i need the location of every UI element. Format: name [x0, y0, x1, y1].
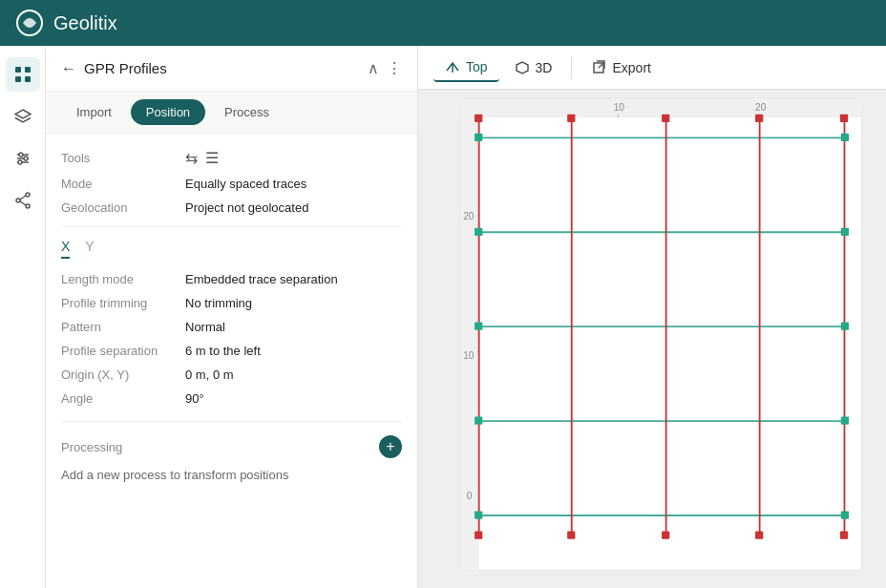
sidebar-item-layers[interactable]	[6, 99, 40, 134]
origin-value: 0 m, 0 m	[185, 368, 234, 382]
xy-tab-y[interactable]: Y	[85, 239, 94, 259]
svg-rect-20	[460, 98, 862, 117]
svg-rect-43	[475, 228, 482, 236]
right-area: Top 3D Export	[418, 46, 886, 588]
svg-rect-49	[475, 511, 482, 518]
svg-rect-2	[25, 67, 31, 73]
processing-label: Processing	[61, 440, 122, 454]
svg-rect-58	[755, 531, 763, 538]
arrows-icon[interactable]: ⇆	[185, 149, 198, 167]
svg-rect-60	[840, 531, 848, 538]
sidebar-item-share[interactable]	[6, 183, 40, 218]
toolbar-divider	[571, 56, 572, 79]
share-icon	[13, 191, 32, 210]
svg-rect-41	[475, 134, 482, 141]
svg-point-13	[16, 199, 20, 202]
tab-import[interactable]: Import	[61, 99, 127, 125]
panel-header-actions: ∧ ⋮	[368, 59, 402, 77]
view-toolbar: Top 3D Export	[418, 46, 886, 90]
svg-rect-59	[840, 115, 848, 122]
svg-point-8	[19, 153, 23, 157]
layers-icon	[13, 107, 32, 126]
icon-sidebar	[0, 46, 46, 588]
back-button[interactable]: ←	[61, 60, 76, 77]
tools-label: Tools	[61, 151, 185, 165]
length-mode-row: Length mode Embedded trace separation	[61, 272, 402, 286]
svg-text:10: 10	[463, 350, 475, 361]
svg-text:0: 0	[467, 491, 473, 501]
processing-hint: Add a new process to transform positions	[61, 468, 288, 482]
mode-row: Mode Equally spaced traces	[61, 177, 402, 191]
angle-value: 90°	[185, 391, 204, 406]
svg-rect-19	[460, 98, 862, 571]
svg-rect-46	[841, 323, 849, 330]
xy-tab-x[interactable]: X	[61, 239, 70, 259]
svg-rect-51	[475, 115, 482, 122]
sliders-icon	[13, 149, 32, 168]
svg-rect-56	[662, 531, 669, 538]
collapse-button[interactable]: ∧	[368, 59, 379, 77]
pattern-row: Pattern Normal	[61, 320, 402, 334]
svg-rect-50	[841, 511, 849, 518]
logo: Geolitix	[15, 9, 117, 37]
profile-trimming-row: Profile trimming No trimming	[61, 296, 402, 310]
left-panel: ← GPR Profiles ∧ ⋮ Import Position Proce…	[46, 46, 418, 588]
origin-label: Origin (X, Y)	[61, 368, 185, 382]
tools-row: Tools ⇆ ☰	[61, 149, 402, 167]
svg-point-11	[26, 193, 30, 197]
view-3d-button[interactable]: 3D	[503, 54, 564, 81]
svg-text:20: 20	[463, 211, 475, 221]
sidebar-item-sliders[interactable]	[6, 141, 40, 176]
origin-row: Origin (X, Y) 0 m, 0 m	[61, 368, 402, 382]
sidebar-item-grid[interactable]	[6, 57, 40, 92]
length-mode-value: Embedded trace separation	[185, 272, 338, 286]
top-label: Top	[466, 59, 488, 74]
view-top-button[interactable]: Top	[433, 53, 499, 82]
svg-rect-42	[841, 134, 849, 141]
svg-point-9	[24, 157, 28, 160]
logo-icon	[15, 9, 44, 37]
main-layout: ← GPR Profiles ∧ ⋮ Import Position Proce…	[0, 46, 886, 588]
pattern-label: Pattern	[61, 320, 185, 334]
svg-rect-44	[841, 228, 849, 236]
app-title: Geolitix	[53, 12, 117, 34]
profile-trimming-value: No trimming	[185, 296, 252, 310]
gpr-view[interactable]: 0 10 20 20 10 0	[418, 90, 886, 588]
mode-label: Mode	[61, 177, 185, 191]
svg-rect-3	[15, 76, 21, 82]
geolocation-value: Project not geolocated	[185, 200, 308, 215]
add-process-button[interactable]: +	[379, 435, 402, 458]
svg-rect-55	[662, 115, 669, 122]
tools-icons: ⇆ ☰	[185, 149, 219, 167]
geolocation-row: Geolocation Project not geolocated	[61, 200, 402, 215]
svg-text:20: 20	[755, 102, 767, 113]
profile-separation-value: 6 m to the left	[185, 344, 261, 358]
tab-process[interactable]: Process	[209, 99, 285, 125]
processing-section: Processing + Add a new process to transf…	[61, 421, 402, 483]
divider-1	[61, 226, 402, 227]
tab-bar: Import Position Process	[46, 92, 417, 134]
canvas-area: 0 10 20 20 10 0	[418, 90, 886, 588]
3d-label: 3D	[536, 60, 553, 75]
angle-label: Angle	[61, 391, 185, 406]
list-icon[interactable]: ☰	[205, 149, 219, 167]
app-header: Geolitix	[0, 0, 886, 46]
profile-separation-label: Profile separation	[61, 344, 185, 358]
svg-rect-45	[475, 323, 482, 330]
more-button[interactable]: ⋮	[387, 59, 402, 77]
svg-rect-52	[475, 531, 482, 538]
pattern-value: Normal	[185, 320, 225, 334]
panel-content: Tools ⇆ ☰ Mode Equally spaced traces Geo…	[46, 134, 417, 588]
3d-icon	[515, 60, 530, 75]
svg-point-12	[26, 204, 30, 208]
length-mode-label: Length mode	[61, 272, 185, 286]
export-label: Export	[612, 60, 650, 75]
profile-trimming-label: Profile trimming	[61, 296, 185, 310]
export-button[interactable]: Export	[580, 54, 662, 81]
svg-rect-4	[25, 76, 31, 82]
svg-rect-1	[15, 67, 21, 73]
panel-header: ← GPR Profiles ∧ ⋮	[46, 46, 417, 92]
svg-text:10: 10	[614, 102, 625, 113]
tab-position[interactable]: Position	[131, 99, 205, 125]
angle-row: Angle 90°	[61, 391, 402, 406]
